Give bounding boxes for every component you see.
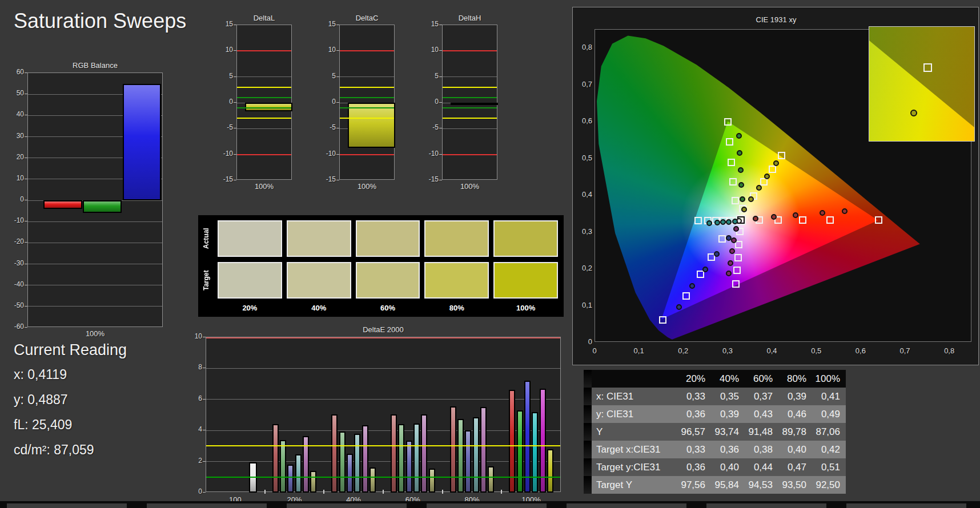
y-tick-mark xyxy=(25,242,27,243)
deltae-bar xyxy=(362,425,368,493)
table-header-col: 80% xyxy=(778,370,812,388)
deltae-group-tick xyxy=(501,490,502,494)
reference-line xyxy=(443,154,497,155)
y-tick-mark xyxy=(336,128,339,128)
reading-fl: fL: 25,409 xyxy=(14,417,127,433)
rgb-balance-chart: RGB Balance 100% 6050403020100-10-20-30-… xyxy=(6,59,172,344)
rgb-balance-xlabel: 100% xyxy=(27,329,163,338)
table-cell: 0,35 xyxy=(711,388,745,405)
y-tick-mark xyxy=(234,154,236,155)
deltae-bar xyxy=(287,465,294,493)
y-tick-mark xyxy=(25,264,27,264)
y-tick-mark xyxy=(234,50,236,51)
gridline xyxy=(28,306,162,307)
cie-measured-yellow xyxy=(773,160,779,166)
rgb-balance-title: RGB Balance xyxy=(27,61,163,70)
cie-target-blue xyxy=(659,316,666,324)
y-tick-label: -50 xyxy=(2,301,24,309)
reference-line xyxy=(443,97,497,98)
cie-zoom-inset xyxy=(869,26,975,142)
cie-measured-blue xyxy=(689,283,695,289)
y-tick-label: 2 xyxy=(180,457,202,465)
deltae-group-tick xyxy=(264,490,266,494)
table-row-label: Y xyxy=(592,423,677,441)
y-tick-mark xyxy=(25,327,27,328)
table-cell: 93,50 xyxy=(778,476,812,494)
cie-measured-green xyxy=(736,133,742,139)
y-tick-label: -15 xyxy=(417,175,439,183)
deltae-bar xyxy=(413,424,420,493)
y-tick-mark xyxy=(336,76,339,77)
cie-measured-magenta xyxy=(726,271,732,276)
deltae-bar xyxy=(473,417,479,493)
table-header-col: 40% xyxy=(711,370,745,388)
delta-l-plot xyxy=(236,25,292,180)
cie-x-tick-label: 0,3 xyxy=(720,346,736,355)
y-tick-mark xyxy=(203,461,206,462)
y-tick-label: -5 xyxy=(211,123,233,131)
y-tick-label: 6 xyxy=(180,394,202,402)
y-tick-label: -10 xyxy=(2,216,24,224)
y-tick-label: 0 xyxy=(211,98,233,106)
y-tick-mark xyxy=(25,200,27,200)
y-tick-label: -10 xyxy=(211,150,233,158)
table-cell: 0,36 xyxy=(677,458,711,476)
y-tick-label: 5 xyxy=(417,72,439,80)
delta-h-xlabel: 100% xyxy=(442,182,497,191)
cie-inset-measured xyxy=(910,110,917,116)
y-tick-label: 10 xyxy=(2,174,24,182)
cie-y-tick-label: 0,5 xyxy=(575,154,592,162)
table-cell: 0,46 xyxy=(778,405,812,423)
y-tick-label: 20 xyxy=(2,153,24,161)
table-cell: 95,84 xyxy=(711,476,745,494)
target-swatch-20% xyxy=(218,262,282,299)
cie-x-tick-label: 0,8 xyxy=(941,346,957,355)
cie-measured-magenta xyxy=(728,260,733,266)
deltae-bar xyxy=(280,440,286,493)
y-tick-mark xyxy=(234,180,236,180)
cie-y-tick-label: 0,3 xyxy=(575,227,592,236)
cie-target-green xyxy=(724,118,732,126)
y-tick-mark xyxy=(25,158,27,158)
reference-line xyxy=(340,87,394,88)
cie-inset-target xyxy=(923,63,932,72)
target-swatch-40% xyxy=(287,262,351,299)
deltae-reference-line xyxy=(206,477,560,478)
table-cell: 93,74 xyxy=(711,423,745,441)
reading-cdm2: cd/m²: 87,059 xyxy=(14,442,127,458)
deltae-bar xyxy=(488,466,494,493)
table-cell: 87,06 xyxy=(812,423,846,441)
gridline xyxy=(340,76,394,77)
y-tick-label: 5 xyxy=(314,72,336,80)
y-tick-mark xyxy=(234,76,236,77)
table-row-gutter xyxy=(584,476,592,494)
cie-target-cyan xyxy=(694,217,702,224)
actual-swatch-20% xyxy=(218,220,282,257)
cie-target-blue xyxy=(718,235,726,243)
y-tick-mark xyxy=(25,72,27,73)
cie-y-tick-label: 0,4 xyxy=(575,190,592,199)
y-tick-mark xyxy=(25,306,27,307)
deltae-bar xyxy=(421,414,427,493)
delta-c-xlabel: 100% xyxy=(339,182,395,191)
cie-measured-red xyxy=(753,216,758,221)
gridline xyxy=(443,128,497,129)
deltae-bar xyxy=(465,430,471,493)
cie-target-green xyxy=(732,197,739,204)
y-tick-mark xyxy=(25,221,27,221)
target-swatch-100% xyxy=(493,262,558,299)
saturation-swatches-panel: ActualTarget20%40%60%80%100% xyxy=(198,215,564,317)
deltae-group-tick xyxy=(323,490,324,494)
page-title: Saturation Sweeps xyxy=(14,9,186,33)
deltae-bar xyxy=(406,441,412,493)
y-tick-mark xyxy=(203,492,206,493)
reference-line xyxy=(237,107,291,108)
cie-measured-yellow xyxy=(748,196,754,202)
table-cell: 0,39 xyxy=(778,388,812,405)
y-tick-mark xyxy=(439,76,442,77)
table-cell: 0,40 xyxy=(778,441,812,458)
bottom-window-strip-segments xyxy=(0,503,980,508)
y-tick-label: -5 xyxy=(314,123,336,131)
y-tick-label: 0 xyxy=(417,98,439,106)
cie-measured-magenta xyxy=(729,248,735,254)
